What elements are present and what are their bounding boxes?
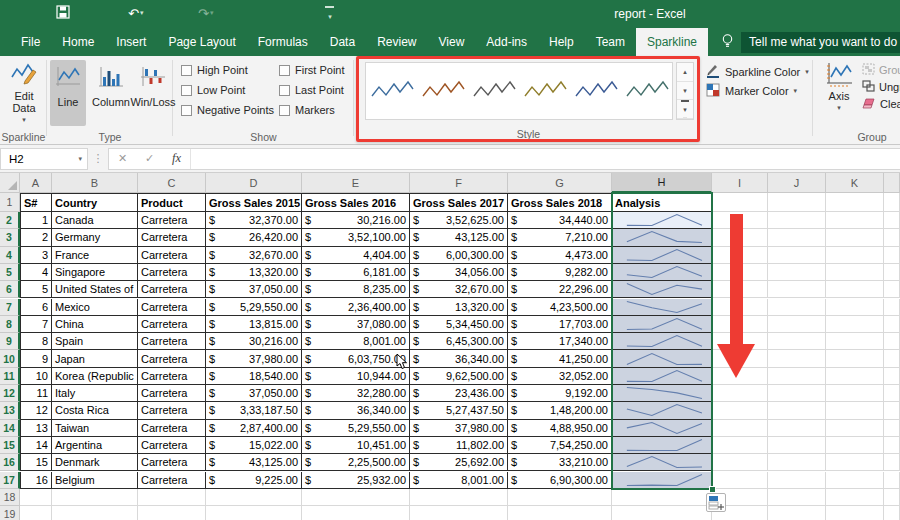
cell-L11[interactable]	[884, 368, 900, 385]
checkbox-box[interactable]	[181, 85, 192, 96]
checkbox-box[interactable]	[279, 105, 290, 116]
cell-C10[interactable]: Carretera	[138, 350, 206, 367]
cell-D7[interactable]: $5,29,550.00	[206, 299, 302, 316]
cell-H17[interactable]	[612, 472, 712, 489]
name-box[interactable]: H2 ▾	[0, 148, 88, 170]
quick-analysis-button[interactable]	[706, 493, 726, 512]
cell-J17[interactable]	[768, 472, 826, 489]
cell-D2[interactable]: $32,370.00	[206, 212, 302, 229]
cell-D9[interactable]: $30,216.00	[206, 333, 302, 350]
cell-F17[interactable]: $8,001.00	[410, 472, 508, 489]
cell-D19[interactable]	[206, 506, 302, 520]
cell-E1[interactable]: Gross Sales 2016	[302, 193, 410, 212]
cell-E2[interactable]: $30,216.00	[302, 212, 410, 229]
cell-A9[interactable]: 8	[20, 333, 52, 350]
ungroup-button[interactable]: Ungroup	[862, 80, 900, 94]
checkbox-first-point[interactable]: First Point	[279, 64, 345, 76]
marker-color-button[interactable]: Marker Color▾	[706, 83, 797, 99]
cell-B6[interactable]: United States of	[52, 281, 138, 298]
cell-B13[interactable]: Costa Rica	[52, 402, 138, 419]
tab-sparkline[interactable]: Sparkline	[636, 28, 708, 56]
cell-B18[interactable]	[52, 489, 138, 506]
cell-I8[interactable]	[712, 316, 768, 333]
cell-F7[interactable]: $13,320.00	[410, 299, 508, 316]
cell-K12[interactable]	[826, 385, 884, 402]
row-header-5[interactable]: 5	[0, 264, 20, 281]
cell-L14[interactable]	[884, 420, 900, 437]
column-header-G[interactable]: G	[508, 173, 612, 193]
cell-K13[interactable]	[826, 402, 884, 419]
tab-data[interactable]: Data	[319, 28, 366, 56]
cell-J16[interactable]	[768, 454, 826, 471]
cell-E14[interactable]: $5,29,550.00	[302, 420, 410, 437]
cell-A4[interactable]: 3	[20, 247, 52, 264]
cell-L12[interactable]	[884, 385, 900, 402]
cell-E8[interactable]: $37,080.00	[302, 316, 410, 333]
cell-H3[interactable]	[612, 229, 712, 246]
cell-K15[interactable]	[826, 437, 884, 454]
cell-A7[interactable]: 6	[20, 299, 52, 316]
cell-D15[interactable]: $15,022.00	[206, 437, 302, 454]
cell-J9[interactable]	[768, 333, 826, 350]
cell-G13[interactable]: $1,48,200.00	[508, 402, 612, 419]
cell-C6[interactable]: Carretera	[138, 281, 206, 298]
cell-G9[interactable]: $17,340.00	[508, 333, 612, 350]
cell-C19[interactable]	[138, 506, 206, 520]
cell-E10[interactable]: $6,03,750.00	[302, 350, 410, 367]
cell-H16[interactable]	[612, 454, 712, 471]
cell-A6[interactable]: 5	[20, 281, 52, 298]
cell-F11[interactable]: $9,62,500.00	[410, 368, 508, 385]
cell-G6[interactable]: $22,296.00	[508, 281, 612, 298]
checkbox-high-point[interactable]: High Point	[181, 64, 248, 76]
cell-D11[interactable]: $18,540.00	[206, 368, 302, 385]
cell-J2[interactable]	[768, 212, 826, 229]
cell-E16[interactable]: $2,25,500.00	[302, 454, 410, 471]
cell-F3[interactable]: $43,125.00	[410, 229, 508, 246]
row-header-14[interactable]: 14	[0, 420, 20, 437]
enter-icon[interactable]: ✓	[136, 152, 163, 165]
row-header-18[interactable]: 18	[0, 489, 20, 506]
tab-add-ins[interactable]: Add-ins	[475, 28, 538, 56]
formula-input[interactable]	[190, 149, 900, 169]
checkbox-box[interactable]	[181, 105, 192, 116]
cell-C2[interactable]: Carretera	[138, 212, 206, 229]
cell-F15[interactable]: $11,802.00	[410, 437, 508, 454]
cell-C18[interactable]	[138, 489, 206, 506]
cell-F10[interactable]: $36,340.00	[410, 350, 508, 367]
cell-K8[interactable]	[826, 316, 884, 333]
tell-me-input[interactable]: Tell me what you want to do	[741, 32, 900, 53]
cell-I3[interactable]	[712, 229, 768, 246]
row-header-3[interactable]: 3	[0, 229, 20, 246]
cell-I2[interactable]	[712, 212, 768, 229]
cell-I6[interactable]	[712, 281, 768, 298]
cell-A14[interactable]: 13	[20, 420, 52, 437]
cell-G2[interactable]: $34,440.00	[508, 212, 612, 229]
column-header-K[interactable]: K	[826, 173, 884, 193]
cell-A8[interactable]: 7	[20, 316, 52, 333]
axis-button[interactable]: Axis ▾	[822, 62, 856, 114]
cell-D14[interactable]: $2,87,400.00	[206, 420, 302, 437]
cell-L3[interactable]	[884, 229, 900, 246]
cell-H12[interactable]	[612, 385, 712, 402]
cell-G8[interactable]: $17,703.00	[508, 316, 612, 333]
cell-F16[interactable]: $25,692.00	[410, 454, 508, 471]
cell-C8[interactable]: Carretera	[138, 316, 206, 333]
cell-L4[interactable]	[884, 247, 900, 264]
cell-K16[interactable]	[826, 454, 884, 471]
cell-G5[interactable]: $9,282.00	[508, 264, 612, 281]
cancel-icon[interactable]: ✕	[109, 152, 136, 165]
cell-L19[interactable]	[884, 506, 900, 520]
column-header-F[interactable]: F	[410, 173, 508, 193]
row-header-10[interactable]: 10	[0, 350, 20, 367]
cell-I4[interactable]	[712, 247, 768, 264]
cell-D10[interactable]: $37,980.00	[206, 350, 302, 367]
cell-J4[interactable]	[768, 247, 826, 264]
cell-E7[interactable]: $2,36,400.00	[302, 299, 410, 316]
cell-C1[interactable]: Product	[138, 193, 206, 212]
cell-A17[interactable]: 16	[20, 472, 52, 489]
cell-F2[interactable]: $3,52,625.00	[410, 212, 508, 229]
cell-D18[interactable]	[206, 489, 302, 506]
cell-G14[interactable]: $4,88,950.00	[508, 420, 612, 437]
cell-K19[interactable]	[826, 506, 884, 520]
column-header-C[interactable]: C	[138, 173, 206, 193]
